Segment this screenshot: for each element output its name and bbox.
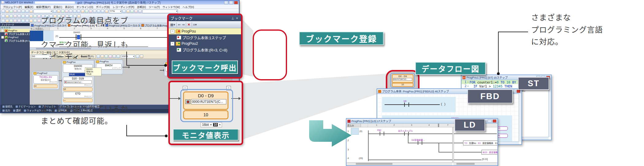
contact-symbol[interactable] — [380, 132, 384, 136]
toolbar-icon[interactable] — [25, 10, 29, 13]
toolbar-icon[interactable] — [134, 10, 138, 13]
bookmark-tree-item[interactable]: − ProgPou2 — [0, 36, 30, 39]
dataflow-group-progpou[interactable]: ProgPou SM400 常時ON R=0,C=7 TRUE D20 - D2… — [62, 60, 94, 105]
toolbar-icon[interactable] — [126, 10, 130, 13]
module-field[interactable]: 0000:RJ71EN71(C... — [191, 99, 226, 104]
bookmark-tree-item[interactable]: − プログラム本体:1ステップ — [0, 32, 30, 36]
radix-10-toggle[interactable]: 10 — [213, 123, 218, 126]
toolbar-icon[interactable] — [2, 14, 5, 18]
bookmark-tree-item[interactable]: − ProgPou — [0, 29, 30, 32]
minimize-button[interactable] — [488, 119, 492, 123]
toolbar-icon[interactable] — [97, 10, 100, 13]
close-button[interactable] — [234, 1, 238, 4]
toolbar-icon[interactable] — [33, 14, 37, 18]
toolbar-combo[interactable] — [33, 10, 52, 13]
coil-symbol[interactable]: [D.D] — [482, 158, 488, 160]
toolbar-icon[interactable] — [37, 14, 41, 18]
toolbar-icon[interactable] — [21, 10, 25, 13]
contact-symbol[interactable] — [418, 141, 422, 145]
toolbar-icon[interactable] — [17, 10, 21, 13]
toolbar-icon[interactable] — [93, 10, 96, 13]
menu-item[interactable]: プロジェクト(P) — [2, 5, 23, 9]
toolbar-icon[interactable] — [77, 10, 80, 13]
menu-item[interactable]: 編集(E) — [23, 5, 34, 9]
bookmark-tree-item[interactable]: − プログラム本体:1ステップ — [169, 34, 241, 41]
fold-icon[interactable]: ⊟ — [466, 81, 470, 83]
toolbar-icon[interactable] — [105, 10, 108, 13]
close-icon[interactable]: × — [235, 16, 239, 20]
toolbar-icon[interactable] — [136, 55, 139, 58]
ld-canvas[interactable]: 1 2 3 4 (0) (20) PB2 出力イネーブル D4変換結果… TO先… — [347, 127, 497, 165]
toolbar-icon[interactable] — [85, 10, 88, 13]
toolbar-icon[interactable] — [10, 10, 13, 13]
dock-tab[interactable]: ナビゲーション — [14, 105, 37, 108]
radix-16-toggle[interactable]: 16bit — [202, 123, 209, 126]
menu-item[interactable]: ツール(T) — [148, 5, 161, 9]
toolbar-icon[interactable] — [122, 10, 126, 13]
bottom-dock-tab[interactable]: 選択 — [12, 109, 22, 112]
bookmark-tree-item[interactable]: − プログラム本体:(R=3, C=8) — [169, 47, 241, 53]
toolbar-icon[interactable] — [25, 19, 29, 22]
dataflow-node-d0d9-small[interactable]: D0 - D9 0000:RJ71EN71(C... 10 — [390, 73, 415, 88]
bookmark-call-button[interactable]: ブックマーク呼出 — [172, 60, 238, 74]
zoom-combo[interactable]: 77% — [109, 10, 122, 13]
toolbar-icon[interactable] — [37, 19, 41, 22]
fold-icon[interactable]: ⊟ — [466, 85, 470, 87]
main-titlebar[interactable]: MELSOFT GX Works3 .gx3 - [ProgPou [PRG] … — [0, 0, 239, 5]
ladder-gutter-selected[interactable] — [30, 31, 43, 41]
monitor-display-button[interactable]: モニタ値表示 — [173, 129, 239, 141]
toolbar-icon[interactable] — [13, 10, 17, 13]
toolbar-icon[interactable] — [130, 10, 134, 13]
collapse-icon[interactable]: − — [1, 29, 4, 32]
close-button[interactable] — [516, 90, 520, 93]
toolbar-icon[interactable] — [10, 19, 13, 22]
toolbar-icon[interactable] — [61, 10, 64, 13]
pin-icon[interactable]: ⊥ — [231, 16, 235, 20]
collapse-icon[interactable]: − — [1, 36, 4, 39]
menu-item[interactable]: オンライン(O) — [75, 5, 94, 9]
menu-item[interactable]: ヘルプ(H) — [181, 5, 195, 9]
toolbar-icon[interactable] — [65, 10, 68, 13]
menu-item[interactable]: 変換(C) — [52, 5, 63, 9]
coil-symbol[interactable]: ( ) — [441, 102, 446, 106]
dataflow-group-progpou2[interactable]: ProgPou2 TIC001.SV 設定値(SV) R=1,C=8 10 — [32, 71, 59, 90]
toolbar-icon[interactable] — [2, 10, 5, 13]
menu-item[interactable]: ウィンドウ(W) — [161, 5, 181, 9]
maximize-button[interactable] — [229, 1, 233, 4]
toolbar-icon[interactable] — [6, 10, 9, 13]
minimize-button[interactable] — [224, 1, 228, 4]
toolbar-icon[interactable] — [6, 19, 9, 22]
toolbar-icon[interactable] — [73, 10, 76, 13]
toolbar-icon[interactable] — [17, 19, 21, 22]
toolbar-icon[interactable] — [17, 14, 21, 18]
toolbar-icon[interactable] — [6, 14, 9, 18]
sort-icon[interactable]: ≡▾ — [193, 23, 197, 27]
dataflow-search-combo[interactable]: D0 — [31, 55, 51, 58]
menu-item[interactable]: 検索/置換(F) — [35, 5, 52, 9]
bookmark-tree-item[interactable]: − ProgPou — [169, 28, 241, 34]
toolbar-icon[interactable] — [89, 10, 92, 13]
bookmark-tree-item[interactable]: − プログラム本体:(R=3, C=8) — [0, 39, 30, 42]
fbd-vscrollbar[interactable] — [519, 94, 521, 142]
contact-symbol[interactable] — [404, 102, 409, 107]
toolbar-icon[interactable] — [21, 14, 25, 18]
toolbar-icon[interactable] — [101, 10, 104, 13]
toolbar-icon[interactable] — [138, 10, 142, 13]
pane-splitter[interactable] — [452, 127, 454, 163]
prev-bookmark-icon[interactable]: ⇐ — [178, 23, 181, 27]
toolbar-icon[interactable] — [29, 10, 33, 13]
toolbar-icon[interactable] — [81, 10, 84, 13]
dataflow-zoom-combo[interactable]: 100% — [121, 55, 135, 58]
toolbar-icon[interactable] — [13, 19, 17, 22]
collapse-icon[interactable]: − — [171, 29, 174, 33]
toolbar-icon[interactable] — [29, 19, 33, 22]
toolbar-icon[interactable] — [69, 10, 72, 13]
bottom-dock-tab[interactable]: 出力 — [1, 109, 11, 112]
close-button[interactable] — [493, 119, 496, 123]
target-combo[interactable] — [142, 10, 178, 13]
toolbar-icon[interactable] — [2, 19, 5, 22]
toolbar-icon[interactable] — [57, 10, 60, 13]
toolbar-icon[interactable] — [25, 14, 29, 18]
toolbar-icon[interactable] — [13, 14, 17, 18]
menu-item[interactable]: デバッグ(B) — [95, 5, 111, 9]
